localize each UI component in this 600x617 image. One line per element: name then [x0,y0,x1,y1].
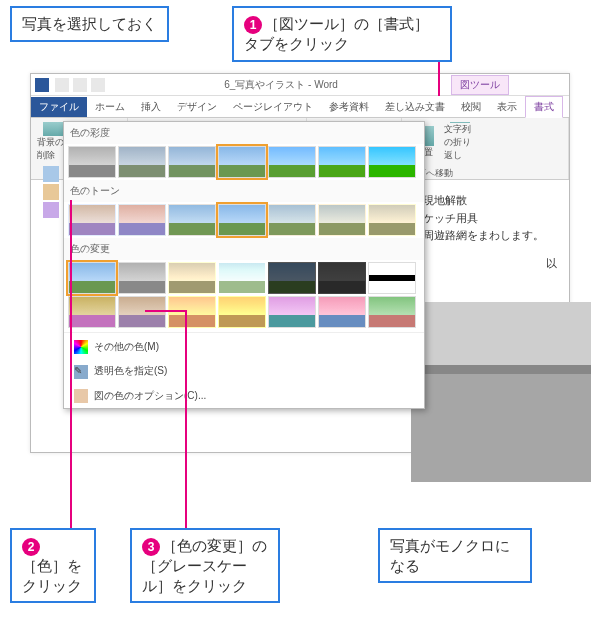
saturation-thumb[interactable] [68,146,116,178]
word-window: 6_写真やイラスト - Word 図ツール ファイル ホーム 挿入 デザイン ペ… [30,73,570,453]
tab-view[interactable]: 表示 [489,97,525,117]
tab-format[interactable]: 書式 [525,96,563,118]
saturation-thumb[interactable] [368,146,416,178]
word-icon [35,78,49,92]
document-canvas[interactable]: ✧ 現地解散 ✧ ケッチ用具 ✧ 周遊路網をまわします。 以 [401,182,567,450]
recolor-thumb[interactable] [68,296,116,328]
recolor-thumb[interactable] [118,296,166,328]
doc-text: ✧ ケッチ用具 [411,210,557,228]
recolor-row [64,260,424,330]
doc-text: ✧ 周遊路網をまわします。 [411,227,557,245]
recolor-section-label: 色の変更 [64,238,424,260]
leader-2 [70,200,72,528]
saturation-section-label: 色の彩度 [64,122,424,144]
tone-thumb[interactable] [368,204,416,236]
tab-design[interactable]: デザイン [169,97,225,117]
color-options-item[interactable]: 図の色のオプション(C)... [64,384,424,408]
callout-2: 2［色］をクリック [10,528,96,603]
recolor-thumb[interactable] [218,296,266,328]
saturation-thumb[interactable] [118,146,166,178]
qat-undo-icon[interactable] [73,78,87,92]
qat-redo-icon[interactable] [91,78,105,92]
leader-3b [145,310,187,312]
recolor-thumb[interactable] [268,262,316,294]
remove-bg-icon [43,122,63,136]
saturation-thumb[interactable] [168,146,216,178]
tab-insert[interactable]: 挿入 [133,97,169,117]
callout-3: 3［色の変更］の［グレースケール］をクリック [130,528,280,603]
callout-preselect: 写真を選択しておく [10,6,169,42]
doc-footer: 以 [411,255,557,273]
palette-icon [74,340,88,354]
saturation-row [64,144,424,180]
ribbon-tabs: ファイル ホーム 挿入 デザイン ページレイアウト 参考資料 差し込み文書 校閲… [31,96,569,118]
tone-thumb[interactable] [268,204,316,236]
contextual-tab-label: 図ツール [451,75,509,95]
tone-thumb-selected[interactable] [218,204,266,236]
options-icon [74,389,88,403]
tab-layout[interactable]: ページレイアウト [225,97,321,117]
tone-row [64,202,424,238]
change-pic-icon[interactable] [43,184,59,200]
compress-icon[interactable] [43,166,59,182]
tone-thumb[interactable] [168,204,216,236]
titlebar: 6_写真やイラスト - Word 図ツール [31,74,569,96]
inserted-photo-grayscale[interactable] [411,302,591,482]
recolor-thumb[interactable] [318,296,366,328]
tab-mailings[interactable]: 差し込み文書 [377,97,453,117]
color-dropdown: 色の彩度 色のトーン 色の変更 [63,121,425,409]
recolor-thumb[interactable] [318,262,366,294]
recolor-thumb-washout[interactable] [218,262,266,294]
leader-3a [185,310,187,528]
tone-section-label: 色のトーン [64,180,424,202]
recolor-thumb[interactable] [268,296,316,328]
tone-thumb[interactable] [118,204,166,236]
tab-file[interactable]: ファイル [31,97,87,117]
group-arrange: 位置 文字列の折り返し 前面へ移動 背面へ移動 オブジェクトの選択と表示 配置 [402,118,569,179]
set-transparent-item[interactable]: ✎透明色を指定(S) [64,359,424,383]
more-colors-item[interactable]: その他の色(M) [64,335,424,359]
reset-pic-icon[interactable] [43,202,59,218]
saturation-thumb[interactable] [268,146,316,178]
recolor-thumb[interactable] [168,296,216,328]
eyedropper-icon: ✎ [74,365,88,379]
quick-access-toolbar[interactable] [49,78,111,92]
tab-review[interactable]: 校閲 [453,97,489,117]
recolor-thumb-none[interactable] [68,262,116,294]
qat-save-icon[interactable] [55,78,69,92]
saturation-thumb-selected[interactable] [218,146,266,178]
tone-thumb[interactable] [68,204,116,236]
recolor-thumb[interactable] [368,296,416,328]
window-title: 6_写真やイラスト - Word [111,78,451,92]
saturation-thumb[interactable] [318,146,366,178]
recolor-thumb-bw[interactable] [368,262,416,294]
wrap-text-button[interactable]: 文字列の折り返し [444,122,476,162]
recolor-thumb-grayscale[interactable] [118,262,166,294]
tab-references[interactable]: 参考資料 [321,97,377,117]
callout-4: 写真がモノクロになる [378,528,532,583]
recolor-thumb-sepia[interactable] [168,262,216,294]
tab-home[interactable]: ホーム [87,97,133,117]
callout-1: 1［図ツール］の［書式］タブをクリック [232,6,452,62]
tone-thumb[interactable] [318,204,366,236]
doc-text: ✧ 現地解散 [411,192,557,210]
